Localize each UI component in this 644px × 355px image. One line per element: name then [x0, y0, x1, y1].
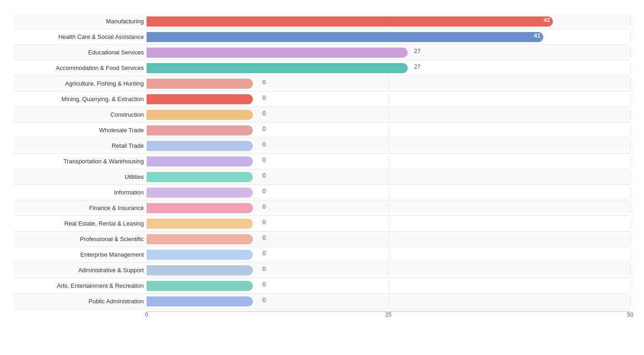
grid-line: [630, 265, 631, 276]
bar-row: Manufacturing42: [14, 14, 630, 29]
bar-row: Information0: [14, 185, 630, 200]
bar: 27: [147, 48, 408, 58]
bar-value: 0: [262, 219, 266, 226]
bar-label: Mining, Quarrying, & Extraction: [14, 96, 147, 102]
grid-line: [388, 140, 389, 151]
grid-line: [388, 249, 389, 260]
bar-value: 27: [414, 63, 420, 70]
bar-row: Utilities0: [14, 169, 630, 185]
bar-value: 0: [262, 125, 266, 132]
bar-container: 0: [147, 265, 630, 276]
bar: 0: [147, 281, 253, 291]
grid-line: [388, 172, 389, 183]
grid-line: [630, 63, 631, 74]
bar-value: 0: [262, 188, 266, 194]
bar-value: 0: [262, 250, 266, 257]
bar-container: 42: [147, 16, 630, 27]
bar-row: Enterprise Management0: [14, 247, 630, 263]
bar: 0: [147, 250, 253, 260]
grid-line: [388, 218, 389, 229]
grid-line: [388, 78, 389, 89]
grid-line: [630, 32, 631, 43]
bar: 0: [147, 79, 253, 89]
grid-line: [630, 172, 631, 183]
bar-label: Transportation & Warehousing: [14, 158, 147, 165]
bar-container: 0: [147, 125, 630, 136]
grid-line: [388, 203, 389, 214]
bar-row: Finance & Insurance0: [14, 200, 630, 216]
bar-container: 0: [147, 203, 630, 214]
bar: 0: [147, 265, 253, 275]
bar-value: 0: [262, 203, 266, 210]
bar-container: 0: [147, 172, 630, 183]
chart-area: Manufacturing42Health Care & Social Assi…: [14, 14, 630, 320]
bar-value: 27: [414, 48, 420, 54]
bar: 27: [147, 63, 408, 73]
bar-label: Arts, Entertainment & Recreation: [14, 282, 147, 289]
bar: 0: [147, 219, 253, 229]
bar-container: 0: [147, 187, 630, 198]
bar-container: 27: [147, 47, 630, 58]
x-tick-label: 25: [385, 312, 391, 318]
bar-label: Enterprise Management: [14, 251, 147, 258]
grid-line: [388, 125, 389, 136]
bar-row: Mining, Quarrying, & Extraction0: [14, 91, 630, 107]
x-axis: 02550: [147, 311, 630, 320]
bar-label: Information: [14, 189, 147, 196]
bar-label: Public Administration: [14, 298, 147, 305]
bar: 0: [147, 203, 253, 213]
bar: 0: [147, 94, 253, 104]
grid-line: [630, 125, 631, 136]
bar: 0: [147, 172, 253, 182]
bar-row: Public Administration0: [14, 294, 630, 309]
grid-line: [388, 234, 389, 245]
bar-label: Accommodation & Food Services: [14, 65, 147, 71]
x-tick-label: 0: [145, 312, 148, 318]
bar-container: 0: [147, 280, 630, 291]
grid-line: [388, 296, 389, 307]
bar-row: Wholesale Trade0: [14, 123, 630, 138]
bar-label: Administrative & Support: [14, 267, 147, 274]
bar-value: 0: [262, 234, 266, 241]
bar-container: 41: [147, 32, 630, 43]
bar-label: Wholesale Trade: [14, 127, 147, 134]
bar-container: 0: [147, 78, 630, 89]
grid-line: [630, 78, 631, 89]
bar-row: Real Estate, Rental & Leasing0: [14, 216, 630, 231]
bar-value: 0: [262, 110, 266, 117]
bar-row: Construction0: [14, 107, 630, 123]
grid-line: [630, 280, 631, 291]
bar-value: 42: [544, 16, 550, 23]
bar-value: 0: [262, 281, 266, 288]
bar: 0: [147, 125, 253, 135]
bar-label: Finance & Insurance: [14, 204, 147, 211]
grid-line: [630, 203, 631, 214]
bar-container: 0: [147, 234, 630, 245]
grid-line: [388, 280, 389, 291]
bar-row: Educational Services27: [14, 45, 630, 60]
bar: 0: [147, 234, 253, 244]
bar-row: Professional & Scientific0: [14, 231, 630, 247]
bar-value: 0: [262, 94, 266, 101]
grid-line: [630, 156, 631, 167]
bar-label: Retail Trade: [14, 142, 147, 149]
bar-label: Agriculture, Fishing & Hunting: [14, 80, 147, 87]
bar-label: Manufacturing: [14, 18, 147, 25]
bar: 0: [147, 110, 253, 120]
bar-label: Educational Services: [14, 49, 147, 56]
bar-label: Construction: [14, 111, 147, 118]
bar-container: 0: [147, 140, 630, 151]
bar-container: 0: [147, 296, 630, 307]
bar-value: 0: [262, 156, 266, 163]
grid-line: [630, 140, 631, 151]
bar-value: 0: [262, 296, 266, 303]
grid-line: [630, 109, 631, 120]
bar: 0: [147, 141, 253, 151]
grid-line: [630, 94, 631, 105]
grid-line: [388, 156, 389, 167]
grid-line: [630, 16, 631, 27]
bar-row: Arts, Entertainment & Recreation0: [14, 278, 630, 294]
bar: 0: [147, 156, 253, 167]
bar: 0: [147, 296, 253, 307]
bar-label: Health Care & Social Assistance: [14, 33, 147, 40]
